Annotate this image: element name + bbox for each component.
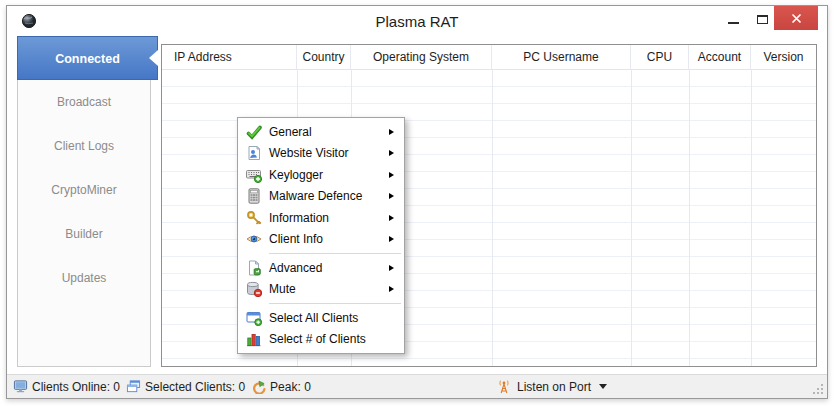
sidebar-item-connected[interactable]: Connected: [17, 36, 158, 80]
window-title: Plasma RAT: [7, 6, 827, 37]
monitor-icon: [13, 379, 28, 394]
sidebar-item-updates[interactable]: Updates: [18, 256, 150, 300]
sidebar-item-builder[interactable]: Builder: [18, 212, 150, 256]
peak-arrow-icon: [251, 379, 266, 394]
app-window: Plasma RAT Connected Broadcast Client Lo…: [6, 5, 828, 399]
key-icon: [238, 210, 269, 226]
menu-item-keylogger[interactable]: Keylogger: [238, 164, 404, 186]
submenu-arrow-icon: [389, 215, 404, 221]
minimize-button[interactable]: [726, 6, 742, 30]
website-visitor-icon: [238, 145, 269, 161]
menu-item-website-visitor[interactable]: Website Visitor: [238, 143, 404, 165]
document-icon: [238, 260, 269, 276]
globe-icon: [21, 13, 37, 29]
calculator-icon: [238, 188, 269, 204]
submenu-arrow-icon: [389, 286, 404, 292]
status-bar: Clients Online: 0 Selected Clients: 0 Pe…: [7, 374, 827, 398]
sidebar-item-broadcast[interactable]: Broadcast: [18, 80, 150, 124]
column-header-cpu[interactable]: CPU: [631, 45, 689, 69]
listen-on-port-dropdown[interactable]: Listen on Port: [496, 375, 607, 398]
resize-grip[interactable]: [812, 383, 824, 395]
column-header-ip-address[interactable]: IP Address: [162, 45, 297, 69]
menu-item-advanced[interactable]: Advanced: [238, 257, 404, 279]
menu-separator: [269, 303, 401, 304]
selected-clients-status: Selected Clients: 0: [126, 379, 245, 394]
keyboard-add-icon: [238, 167, 269, 183]
minimize-icon: [728, 22, 739, 24]
peak-status: Peak: 0: [251, 379, 311, 394]
submenu-arrow-icon: [389, 193, 404, 199]
sidebar: Connected Broadcast Client Logs CryptoMi…: [17, 37, 151, 367]
column-header-operating-system[interactable]: Operating System: [351, 45, 492, 69]
menu-item-select-num-clients[interactable]: Select # of Clients: [238, 329, 404, 351]
menu-item-select-all-clients[interactable]: Select All Clients: [238, 307, 404, 329]
menu-item-client-info[interactable]: Client Info: [238, 229, 404, 251]
title-bar: Plasma RAT: [7, 6, 827, 37]
windows-stack-icon: [126, 379, 141, 394]
clients-online-status: Clients Online: 0: [13, 379, 120, 394]
context-menu: General Website Visitor: [237, 117, 405, 354]
submenu-arrow-icon: [389, 150, 404, 156]
selected-clients-label: Selected Clients: 0: [145, 380, 245, 394]
sidebar-item-cryptominer[interactable]: CryptoMiner: [18, 168, 150, 212]
menu-item-mute[interactable]: Mute: [238, 279, 404, 301]
bar-chart-icon: [238, 331, 269, 347]
maximize-icon: [757, 15, 768, 24]
eye-icon: [238, 231, 269, 247]
clients-online-label: Clients Online: 0: [32, 380, 120, 394]
column-divider: [689, 70, 690, 366]
column-divider: [751, 70, 752, 366]
close-icon: [791, 13, 802, 24]
sidebar-item-client-logs[interactable]: Client Logs: [18, 124, 150, 168]
table-header-row: IP Address Country Operating System PC U…: [162, 45, 816, 70]
column-divider: [631, 70, 632, 366]
column-header-version[interactable]: Version: [751, 45, 816, 69]
peak-label: Peak: 0: [270, 380, 311, 394]
menu-separator: [269, 253, 401, 254]
menu-item-malware-defence[interactable]: Malware Defence: [238, 186, 404, 208]
checkmark-icon: [238, 124, 269, 140]
listen-on-port-label: Listen on Port: [517, 380, 591, 394]
submenu-arrow-icon: [389, 129, 404, 135]
close-button[interactable]: [774, 6, 818, 30]
menu-item-information[interactable]: Information: [238, 207, 404, 229]
antenna-icon: [496, 379, 512, 395]
column-header-pc-username[interactable]: PC Username: [492, 45, 631, 69]
window-add-icon: [238, 310, 269, 326]
dropdown-arrow-icon: [599, 384, 607, 389]
submenu-arrow-icon: [389, 236, 404, 242]
column-header-country[interactable]: Country: [297, 45, 351, 69]
maximize-button[interactable]: [755, 6, 771, 30]
submenu-arrow-icon: [389, 172, 404, 178]
column-header-account[interactable]: Account: [689, 45, 751, 69]
submenu-arrow-icon: [389, 265, 404, 271]
database-mute-icon: [238, 281, 269, 297]
column-divider: [492, 70, 493, 366]
menu-item-general[interactable]: General: [238, 121, 404, 143]
